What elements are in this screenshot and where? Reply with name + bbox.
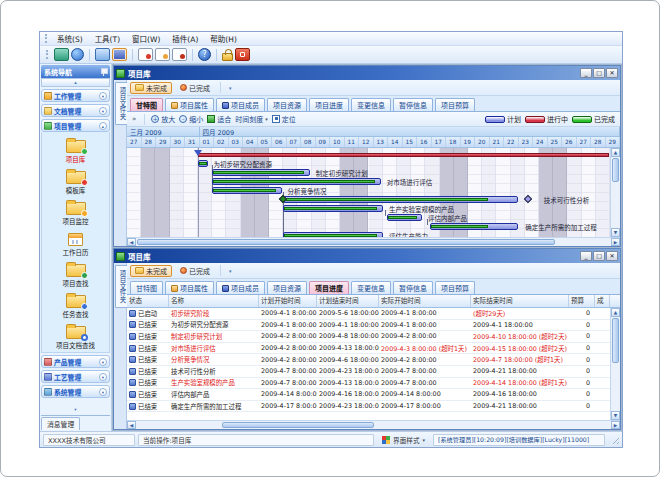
table-row[interactable]: 已结束为初步研究分配资源2009-4-1 8:00:002009-4-1 18:… xyxy=(127,320,610,332)
message-management-tab[interactable]: 消息管理 xyxy=(41,417,80,430)
table-window-titlebar[interactable]: 项目库 xyxy=(114,249,620,263)
column-header-7[interactable]: 成 xyxy=(595,295,610,307)
table-row[interactable]: 已结束评估内部产品2009-4-14 8:00:002009-4-16 18:0… xyxy=(127,389,610,401)
table-tab-甘特图[interactable]: 甘特图 xyxy=(130,281,163,294)
column-header-2[interactable]: 计划开始时间 xyxy=(259,295,317,307)
scroll-thumb[interactable] xyxy=(612,318,619,363)
column-header-6[interactable]: 预算 xyxy=(569,295,595,307)
table-row[interactable]: 已结束制定初步研究计划2009-4-2 8:00:002009-4-8 18:0… xyxy=(127,331,610,343)
scroll-left-arrow[interactable] xyxy=(127,238,136,246)
report-new-icon[interactable] xyxy=(138,48,153,61)
table-filter-已完成[interactable]: 已完成 xyxy=(175,265,215,277)
scroll-up-arrow[interactable] xyxy=(611,308,620,317)
save-icon[interactable] xyxy=(112,48,127,61)
table-tab-项目进度[interactable]: 项目进度 xyxy=(309,281,349,294)
sidebar-group-header-craft[interactable]: 工艺管理 xyxy=(41,370,110,383)
sidebar-item-模板库[interactable]: 模板库 xyxy=(42,165,109,196)
chevron-down-icon[interactable] xyxy=(99,358,107,366)
minimize-button[interactable] xyxy=(580,68,592,78)
scroll-thumb[interactable] xyxy=(137,239,555,245)
maximize-button[interactable] xyxy=(593,68,605,78)
tool-放大[interactable]: 放大 xyxy=(151,114,175,124)
toolbar-overflow-chevrons[interactable] xyxy=(130,115,138,123)
gantt-tab-项目预算[interactable]: 项目预算 xyxy=(435,98,475,111)
table-tab-变更信息[interactable]: 变更信息 xyxy=(351,281,391,294)
sidebar-group-header-work[interactable]: 工作管理 xyxy=(41,89,110,102)
menu-item-2[interactable]: 窗口(W) xyxy=(126,32,166,45)
summary-bar[interactable] xyxy=(198,153,609,157)
gantt-tab-项目进度[interactable]: 项目进度 xyxy=(309,98,349,111)
gantt-tab-变更信息[interactable]: 变更信息 xyxy=(351,98,391,111)
menu-item-4[interactable]: 帮助(H) xyxy=(204,32,243,45)
sidebar-more-button[interactable] xyxy=(41,407,110,415)
chevron-down-icon[interactable] xyxy=(226,85,235,91)
sidebar-group-header-system[interactable]: 系统管理 xyxy=(41,385,110,398)
tool-缩小[interactable]: 缩小 xyxy=(179,114,203,124)
open-folder-icon[interactable] xyxy=(95,48,110,61)
gantt-horizontal-scrollbar[interactable] xyxy=(127,237,620,246)
column-header-3[interactable]: 计划结束时间 xyxy=(317,295,379,307)
gantt-filter-已完成[interactable]: 已完成 xyxy=(175,82,215,94)
scroll-left-arrow[interactable] xyxy=(127,421,136,429)
table-tab-暂停信息[interactable]: 暂停信息 xyxy=(393,281,433,294)
table-horizontal-scrollbar[interactable] xyxy=(127,420,620,429)
help-icon[interactable] xyxy=(198,48,211,61)
table-tab-项目成员[interactable]: 项目成员 xyxy=(216,281,265,294)
close-button[interactable] xyxy=(606,251,618,261)
report-delete-icon[interactable] xyxy=(172,48,187,61)
menu-item-0[interactable]: 系统(S) xyxy=(51,32,89,45)
scroll-up-arrow[interactable] xyxy=(611,148,620,157)
sidebar-item-项目文档查找[interactable]: 项目文档查找 xyxy=(42,320,109,351)
lock-icon[interactable] xyxy=(222,53,233,61)
scroll-right-arrow[interactable] xyxy=(611,421,620,429)
gantt-tab-暂停信息[interactable]: 暂停信息 xyxy=(393,98,433,111)
gantt-tab-项目属性[interactable]: 项目属性 xyxy=(165,98,214,111)
gantt-vertical-scrollbar[interactable] xyxy=(610,148,620,237)
sync-icon[interactable] xyxy=(54,48,69,61)
table-tab-项目预算[interactable]: 项目预算 xyxy=(435,281,475,294)
menu-item-3[interactable]: 插件(A) xyxy=(166,32,204,45)
sidebar-group-header-project[interactable]: 项目管理 xyxy=(41,119,110,132)
chevron-down-icon[interactable] xyxy=(99,107,107,115)
tool-时间刻度[interactable]: 时间刻度 xyxy=(235,114,268,124)
tool-适合[interactable]: 适合 xyxy=(207,114,231,124)
menu-item-1[interactable]: 工具(T) xyxy=(89,32,126,45)
table-row[interactable]: 已结束生产实验室规模的产品2009-4-7 8:00:002009-4-13 1… xyxy=(127,378,610,390)
maximize-button[interactable] xyxy=(593,251,605,261)
table-row[interactable]: 已结束技术可行性分析2009-4-7 8:00:002009-4-23 18:0… xyxy=(127,366,610,378)
sidebar-group-header-document[interactable]: 文档管理 xyxy=(41,104,110,117)
chevron-down-icon[interactable] xyxy=(99,373,107,381)
sidebar-collapse-button[interactable] xyxy=(41,78,110,87)
scroll-thumb[interactable] xyxy=(222,422,374,428)
sidebar-item-项目库[interactable]: 项目库 xyxy=(42,134,109,165)
table-filter-未完成[interactable]: 未完成 xyxy=(130,265,172,277)
sidebar-item-项目查找[interactable]: 项目查找 xyxy=(42,258,109,289)
exit-icon[interactable] xyxy=(235,48,250,61)
column-header-0[interactable]: 状态 xyxy=(127,295,169,307)
gantt-tab-甘特图[interactable]: 甘特图 xyxy=(130,98,163,111)
chevron-down-icon[interactable] xyxy=(226,268,235,274)
globe-icon[interactable] xyxy=(71,48,84,61)
table-row[interactable]: 已结束确定生产所需的加工过程2009-4-17 8:00:002009-4-23… xyxy=(127,401,610,413)
gantt-filter-未完成[interactable]: 未完成 xyxy=(130,82,172,94)
sidebar-item-工作日历[interactable]: 工作日历 xyxy=(42,227,109,258)
chevron-up-icon[interactable] xyxy=(99,122,107,130)
sidebar-group-header-product[interactable]: 产品管理 xyxy=(41,355,110,368)
tool-定位[interactable]: 定位 xyxy=(272,114,296,124)
minimize-button[interactable] xyxy=(580,251,592,261)
gantt-window-titlebar[interactable]: 项目库 xyxy=(114,66,620,80)
table-row[interactable]: 已结束对市场进行评估2009-4-2 8:00:002009-4-13 18:0… xyxy=(127,343,610,355)
close-button[interactable] xyxy=(606,68,618,78)
resize-grip[interactable] xyxy=(610,435,619,444)
sidebar-item-项目监控[interactable]: 项目监控 xyxy=(42,196,109,227)
column-header-4[interactable]: 实际开始时间 xyxy=(379,295,471,307)
chevron-down-icon[interactable] xyxy=(99,92,107,100)
table-tab-项目属性[interactable]: 项目属性 xyxy=(165,281,214,294)
table-tab-项目资源[interactable]: 项目资源 xyxy=(267,281,307,294)
gantt-tab-项目成员[interactable]: 项目成员 xyxy=(216,98,265,111)
scroll-right-arrow[interactable] xyxy=(611,238,620,246)
sidebar-item-任务查找[interactable]: 任务查找 xyxy=(42,289,109,320)
chevron-down-icon[interactable] xyxy=(99,388,107,396)
pin-icon[interactable] xyxy=(100,68,107,76)
scroll-down-arrow[interactable] xyxy=(611,411,620,420)
